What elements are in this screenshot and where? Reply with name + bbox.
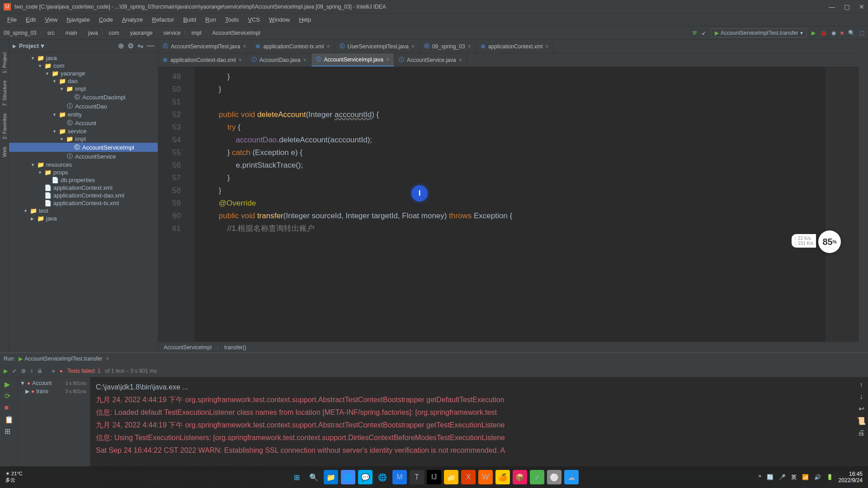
menu-code[interactable]: Code bbox=[95, 15, 117, 24]
app-icon-8[interactable]: 🍊 bbox=[495, 470, 510, 484]
favorites-tool-tab[interactable]: 2: Favorites bbox=[1, 110, 8, 143]
close-tab-icon[interactable]: × bbox=[411, 43, 415, 50]
ime-indicator[interactable]: 英 bbox=[791, 474, 797, 481]
tree-item[interactable]: 📄applicationContext-tx.xml bbox=[9, 199, 158, 207]
breadcrumb-item[interactable]: yaorange bbox=[130, 30, 152, 36]
breadcrumb-item[interactable]: main bbox=[66, 30, 77, 36]
close-tab-icon[interactable]: × bbox=[459, 57, 462, 63]
tree-item[interactable]: ⒾAccountService bbox=[9, 152, 158, 161]
tray-sync-icon[interactable]: 🔄 bbox=[767, 474, 774, 480]
system-tray[interactable]: ^ 🔄 🎤 英 📶 🔊 🔋 16:45 2022/9/24 bbox=[759, 471, 863, 483]
crumb-method[interactable]: transfer() bbox=[224, 344, 246, 351]
tree-item[interactable]: ▼📁impl bbox=[9, 85, 158, 93]
breadcrumb-item[interactable]: AccountServiceImpl bbox=[212, 30, 260, 36]
search-button[interactable]: 🔍 bbox=[307, 470, 321, 484]
settings-icon[interactable]: ⚙ bbox=[127, 42, 134, 50]
project-tree[interactable]: ▼📁java▼📁com▼📁yaorange▼📁dao▼📁implⒸAccount… bbox=[9, 52, 158, 352]
start-button[interactable]: ⊞ bbox=[289, 470, 304, 484]
stop-button[interactable]: ■ bbox=[5, 404, 14, 413]
debug-icon[interactable]: 🐞 bbox=[820, 30, 827, 36]
tree-item[interactable]: ▼📁entity bbox=[9, 111, 158, 118]
close-tab-icon[interactable]: × bbox=[303, 57, 307, 63]
tree-item[interactable]: ▼📁dao bbox=[9, 77, 158, 85]
hide-icon[interactable]: — bbox=[147, 42, 154, 50]
editor-tab[interactable]: ⒾAccountDao.java× bbox=[247, 53, 311, 66]
layout-button[interactable]: ⊞ bbox=[5, 427, 14, 436]
menu-file[interactable]: File bbox=[4, 15, 20, 24]
stop-icon[interactable]: ■ bbox=[840, 30, 844, 36]
breadcrumb-item[interactable]: service bbox=[163, 30, 180, 36]
scroll-icon[interactable]: 📜 bbox=[857, 417, 866, 425]
menu-analyze[interactable]: Analyze bbox=[118, 15, 146, 24]
editor-tab[interactable]: Ⓜ09_spring_03× bbox=[420, 40, 476, 53]
app-icon-6[interactable]: X bbox=[461, 470, 476, 484]
tree-item[interactable]: ▼📁resources bbox=[9, 161, 158, 169]
clock-date[interactable]: 2022/9/24 bbox=[839, 477, 863, 483]
build-icon[interactable]: ⚒ bbox=[692, 30, 697, 36]
tree-item-selected[interactable]: ⒸAccountServiceImpl bbox=[9, 143, 158, 152]
error-stripe[interactable] bbox=[826, 67, 832, 342]
close-tab-icon[interactable]: × bbox=[545, 43, 548, 50]
editor-tab[interactable]: ⒸAccountServiceImplTest.java× bbox=[158, 40, 251, 53]
app-icon-3[interactable]: 💬 bbox=[358, 470, 373, 484]
menu-refactor[interactable]: Refactor bbox=[148, 15, 178, 24]
structure-tool-tab[interactable]: 7: Structure bbox=[1, 77, 8, 110]
test-node[interactable]: ▶●trans3 s 801ms bbox=[20, 387, 88, 395]
code-editor[interactable]: 49505152535455565758596061 } } public vo… bbox=[158, 67, 868, 342]
tree-item[interactable]: 📄db.properties bbox=[9, 176, 158, 184]
app-icon-12[interactable]: ☁ bbox=[564, 470, 579, 484]
editor-tab[interactable]: ⒸAccountServiceImpl.java× bbox=[311, 53, 394, 66]
wifi-icon[interactable]: 📶 bbox=[802, 474, 809, 480]
app-icon-5[interactable]: T bbox=[410, 470, 424, 484]
volume-icon[interactable]: 🔊 bbox=[814, 474, 821, 480]
app-icon-2[interactable]: 🌐 bbox=[341, 470, 355, 484]
close-tab-icon[interactable]: × bbox=[468, 43, 471, 50]
app-icon-7[interactable]: W bbox=[478, 470, 493, 484]
close-tab-icon[interactable]: × bbox=[386, 56, 389, 63]
tree-item[interactable]: 📄applicationContext-dao.xml bbox=[9, 192, 158, 199]
sort-icon[interactable]: ↕ bbox=[30, 368, 33, 374]
code-content[interactable]: } } public void deleteAccount(Integer ac… bbox=[194, 67, 826, 342]
app-icon-1[interactable]: 📁 bbox=[324, 470, 338, 484]
menu-navigate[interactable]: Navigate bbox=[63, 15, 93, 24]
tray-mic-icon[interactable]: 🎤 bbox=[779, 474, 786, 480]
breadcrumb-item[interactable]: com bbox=[109, 30, 119, 36]
close-button[interactable]: ✕ bbox=[859, 3, 864, 10]
run-icon[interactable]: ▶ bbox=[811, 30, 816, 36]
app-icon-9[interactable]: 📦 bbox=[513, 470, 527, 484]
tree-item[interactable]: ▼📁test bbox=[9, 207, 158, 215]
close-tab-icon[interactable]: × bbox=[326, 43, 330, 50]
settings-icon[interactable]: ⬚ bbox=[859, 30, 864, 36]
close-tab-icon[interactable]: × bbox=[243, 43, 246, 50]
tree-item[interactable]: 📄applicationContext.xml bbox=[9, 184, 158, 192]
down-icon[interactable]: ↓ bbox=[859, 393, 863, 401]
test-tree[interactable]: ▼●Account3 s 801ms▶●trans3 s 801ms bbox=[18, 377, 90, 470]
tree-item[interactable]: ⒸAccountDaoImpl bbox=[9, 93, 158, 102]
menu-window[interactable]: Window bbox=[265, 15, 293, 24]
wrap-icon[interactable]: ↩ bbox=[859, 404, 864, 413]
minimize-button[interactable]: — bbox=[829, 3, 835, 10]
project-tool-tab[interactable]: 1: Project bbox=[1, 49, 8, 77]
tree-item[interactable]: ⒾAccountDao bbox=[9, 102, 158, 111]
expand-icon[interactable]: ⇊ bbox=[38, 368, 42, 374]
clock-time[interactable]: 16:45 bbox=[839, 471, 863, 477]
crumb-class[interactable]: AccountServiceImpl bbox=[164, 344, 212, 351]
tree-item[interactable]: ▼📁com bbox=[9, 62, 158, 70]
fold-column[interactable] bbox=[185, 67, 194, 342]
tree-item[interactable]: ▼📁props bbox=[9, 169, 158, 176]
rerun-button[interactable]: ▶ bbox=[5, 380, 14, 389]
menu-help[interactable]: Help bbox=[295, 15, 315, 24]
run-config-selector[interactable]: ▶ AccountServiceImplTest.transfer ▾ bbox=[711, 28, 807, 38]
menu-edit[interactable]: Edit bbox=[22, 15, 39, 24]
weather-widget[interactable]: ☀ 21°C 多云 bbox=[5, 471, 23, 483]
target-icon[interactable]: ⊕ bbox=[118, 42, 124, 50]
menu-tools[interactable]: Tools bbox=[222, 15, 242, 24]
close-tab-icon[interactable]: × bbox=[239, 57, 242, 63]
tray-chevron-icon[interactable]: ^ bbox=[759, 474, 761, 480]
nav-back-icon[interactable]: ↙ bbox=[702, 30, 706, 36]
tree-item[interactable]: ⒸAccount bbox=[9, 118, 158, 127]
app-icon-10[interactable]: ✓ bbox=[530, 470, 544, 484]
menu-view[interactable]: View bbox=[41, 15, 61, 24]
print-icon[interactable]: 🖨 bbox=[858, 429, 865, 437]
tree-item[interactable]: ▼📁service bbox=[9, 127, 158, 135]
